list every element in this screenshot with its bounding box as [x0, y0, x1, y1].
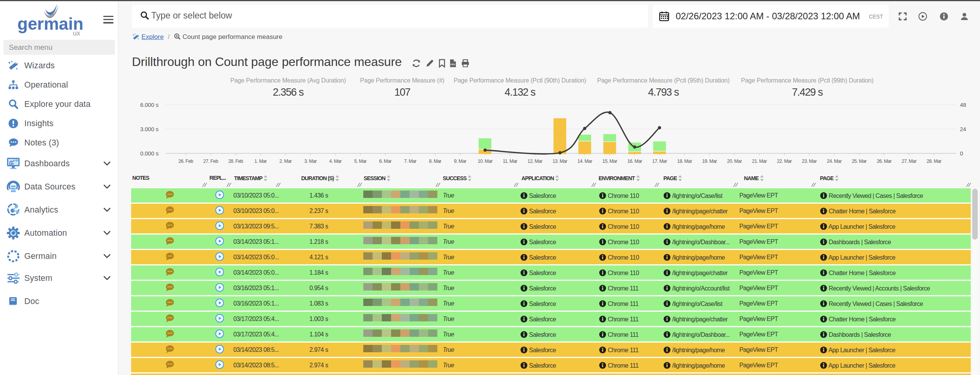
svg-text:22. Mar: 22. Mar	[777, 159, 792, 164]
svg-text:16. Mar: 16. Mar	[627, 159, 643, 164]
svg-text:8. Mar: 8. Mar	[429, 159, 441, 164]
svg-text:5. Mar: 5. Mar	[354, 159, 366, 164]
svg-text:2. Mar: 2. Mar	[279, 159, 292, 164]
svg-text:20. Mar: 20. Mar	[727, 159, 742, 164]
svg-text:25. Mar: 25. Mar	[852, 159, 867, 164]
svg-text:21. Mar: 21. Mar	[752, 159, 767, 164]
svg-text:26. Feb: 26. Feb	[178, 159, 193, 164]
svg-text:4. Mar: 4. Mar	[329, 159, 342, 164]
svg-text:48: 48	[960, 102, 966, 108]
svg-text:13. Mar: 13. Mar	[553, 159, 568, 164]
svg-text:19. Mar: 19. Mar	[702, 159, 717, 164]
svg-text:23. Mar: 23. Mar	[802, 159, 817, 164]
svg-text:28. Feb: 28. Feb	[228, 159, 243, 164]
svg-text:9. Mar: 9. Mar	[454, 159, 466, 164]
svg-text:24. Mar: 24. Mar	[827, 159, 842, 164]
svg-text:0.000 s: 0.000 s	[140, 150, 159, 157]
svg-text:0: 0	[960, 150, 963, 157]
svg-text:24: 24	[960, 126, 966, 132]
svg-text:27. Mar: 27. Mar	[902, 159, 917, 164]
svg-text:3.000 s: 3.000 s	[140, 126, 159, 132]
svg-text:6.000 s: 6.000 s	[140, 102, 159, 108]
svg-text:28. Mar: 28. Mar	[927, 159, 942, 164]
svg-text:11. Mar: 11. Mar	[503, 159, 518, 164]
svg-text:ux: ux	[73, 29, 80, 37]
svg-text:18. Mar: 18. Mar	[677, 159, 692, 164]
svg-text:26. Mar: 26. Mar	[877, 159, 892, 164]
svg-text:1. Mar: 1. Mar	[255, 159, 267, 164]
svg-text:10. Mar: 10. Mar	[477, 159, 493, 164]
svg-text:27. Feb: 27. Feb	[203, 159, 218, 164]
svg-text:3. Mar: 3. Mar	[304, 159, 317, 164]
svg-text:14. Mar: 14. Mar	[577, 159, 592, 164]
svg-text:15. Mar: 15. Mar	[602, 159, 617, 164]
svg-text:6. Mar: 6. Mar	[379, 159, 391, 164]
svg-text:12. Mar: 12. Mar	[528, 159, 543, 164]
svg-text:7. Mar: 7. Mar	[404, 159, 417, 164]
svg-text:17. Mar: 17. Mar	[652, 159, 667, 164]
